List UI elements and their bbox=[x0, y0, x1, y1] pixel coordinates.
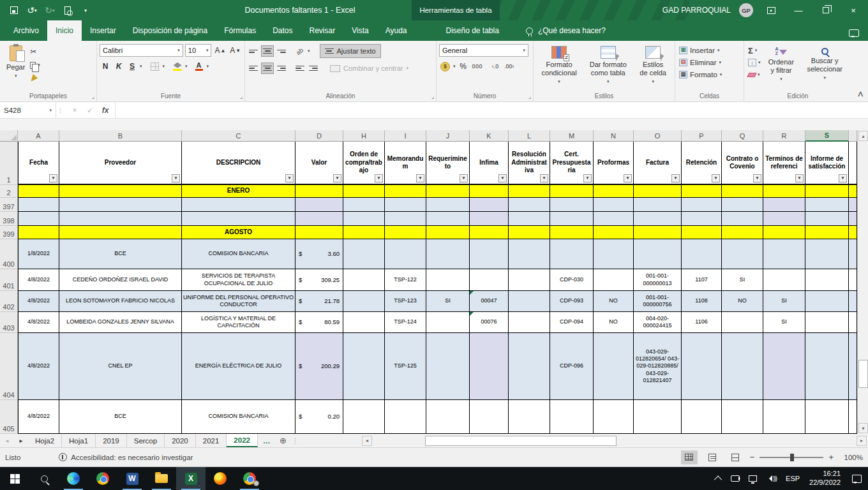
cell-Q401[interactable]: SI bbox=[722, 269, 763, 291]
scroll-down-icon[interactable]: ▼ bbox=[858, 423, 868, 433]
sheet-tab-2021[interactable]: 2021 bbox=[196, 434, 227, 447]
row-header-399[interactable]: 399 bbox=[0, 226, 18, 239]
cell-C404[interactable]: ENERGÍA ELÉCTRICA DE JULIO bbox=[182, 333, 296, 400]
find-select-button[interactable]: Buscar y seleccionar▾ bbox=[800, 43, 849, 92]
cell-M400[interactable] bbox=[550, 239, 594, 269]
filter-button-H[interactable]: ▾ bbox=[375, 174, 383, 182]
horizontal-scroll-thumb[interactable] bbox=[425, 436, 617, 446]
cell-K398[interactable] bbox=[470, 212, 509, 226]
cell-I397[interactable] bbox=[385, 198, 426, 212]
cell-S400[interactable] bbox=[805, 239, 849, 269]
copy-button[interactable]: ▾ bbox=[30, 60, 40, 70]
collapse-ribbon-icon[interactable]: ᐱ bbox=[858, 91, 863, 98]
cell-A1[interactable]: Fecha▾ bbox=[18, 142, 59, 185]
column-header-A[interactable]: A bbox=[18, 130, 59, 142]
insert-cells-button[interactable]: ⊞Insertar▾ bbox=[678, 44, 741, 56]
row-header-2[interactable]: 2 bbox=[0, 185, 18, 198]
cell-R402[interactable]: SI bbox=[763, 291, 805, 312]
row-header-401[interactable]: 401 bbox=[0, 269, 18, 291]
scroll-up-icon[interactable]: ▲ bbox=[858, 131, 868, 141]
cell-N400[interactable] bbox=[594, 239, 634, 269]
increase-decimal-button[interactable]: ‹.0 bbox=[490, 61, 501, 72]
cell-H401[interactable] bbox=[343, 269, 385, 291]
filter-button-Q[interactable]: ▾ bbox=[753, 174, 761, 182]
fill-color-dropdown-icon[interactable]: ▾ bbox=[185, 64, 188, 69]
column-header-O[interactable]: O bbox=[634, 130, 682, 142]
cell-P403[interactable]: 1106 bbox=[682, 312, 722, 333]
column-header-D[interactable]: D bbox=[296, 130, 343, 142]
taskbar-search-button[interactable] bbox=[29, 467, 59, 490]
cell-K399[interactable] bbox=[470, 226, 509, 239]
month-label-agosto[interactable]: AGOSTO bbox=[182, 226, 296, 239]
cell-M398[interactable] bbox=[550, 212, 594, 226]
cell-M401[interactable]: CDP-030 bbox=[550, 269, 594, 291]
cell-A400[interactable]: 1/8/2022 bbox=[18, 239, 59, 269]
cell-N405[interactable] bbox=[594, 400, 634, 434]
taskbar-chrome[interactable] bbox=[88, 467, 117, 490]
cell-K1[interactable]: Infima▾ bbox=[470, 142, 509, 185]
cell-R401[interactable] bbox=[763, 269, 805, 291]
cell-R2[interactable] bbox=[763, 185, 805, 198]
fill-color-button[interactable] bbox=[172, 61, 183, 72]
cell-D399[interactable] bbox=[296, 226, 343, 239]
sheet-tab-hoja2[interactable]: Hoja2 bbox=[28, 434, 62, 447]
cell-I400[interactable] bbox=[385, 239, 426, 269]
cell-K404[interactable] bbox=[470, 333, 509, 400]
cell-D405[interactable]: $0.20 bbox=[296, 400, 343, 434]
column-header-H[interactable]: H bbox=[343, 130, 385, 142]
cell-I1[interactable]: Memorandum▾ bbox=[385, 142, 426, 185]
vertical-scrollbar[interactable]: ▲ ▼ bbox=[857, 130, 868, 434]
redo-icon[interactable]: ↻▾ bbox=[42, 3, 57, 18]
cell-A398[interactable] bbox=[18, 212, 59, 226]
filter-button-I[interactable]: ▾ bbox=[416, 174, 424, 182]
cell-S1[interactable]: Informe de satisfacción▾ bbox=[805, 142, 849, 185]
volume-icon[interactable]: ))) bbox=[761, 467, 781, 490]
cell-B401[interactable]: CEDEÑO ORDOÑEZ ISRAEL DAVID bbox=[59, 269, 182, 291]
cell-P404[interactable] bbox=[682, 333, 722, 400]
enter-formula-icon[interactable]: ✓ bbox=[83, 106, 97, 115]
cell-O400[interactable] bbox=[634, 239, 682, 269]
cell-L400[interactable] bbox=[509, 239, 550, 269]
cell-sliver-398[interactable] bbox=[849, 212, 857, 226]
cell-P401[interactable]: 1107 bbox=[682, 269, 722, 291]
cell-R403[interactable]: SI bbox=[763, 312, 805, 333]
accessibility-status[interactable]: Accesibilidad: es necesario investigar bbox=[59, 453, 193, 461]
cell-sliver-397[interactable] bbox=[849, 198, 857, 212]
cell-L398[interactable] bbox=[509, 212, 550, 226]
insert-function-icon[interactable]: fx bbox=[98, 106, 112, 115]
cell-I398[interactable] bbox=[385, 212, 426, 226]
cell-L2[interactable] bbox=[509, 185, 550, 198]
filter-button-J[interactable]: ▾ bbox=[460, 174, 468, 182]
cut-button[interactable]: ✂ bbox=[30, 47, 40, 57]
zoom-slider-thumb[interactable] bbox=[790, 454, 794, 461]
cell-D400[interactable]: $3.60 bbox=[296, 239, 343, 269]
cell-O401[interactable]: 001-001-000000013 bbox=[634, 269, 682, 291]
cell-J398[interactable] bbox=[426, 212, 470, 226]
cancel-formula-icon[interactable]: × bbox=[68, 106, 82, 115]
taskbar-chrome-profile[interactable] bbox=[235, 467, 264, 490]
tab-revisar[interactable]: Revisar bbox=[301, 20, 344, 41]
cell-P402[interactable]: 1108 bbox=[682, 291, 722, 312]
network-icon[interactable] bbox=[744, 467, 761, 490]
row-header-404[interactable]: 404 bbox=[0, 333, 18, 400]
paste-button[interactable]: Pegar ▾ bbox=[3, 43, 29, 92]
cell-M402[interactable]: CDP-093 bbox=[550, 291, 594, 312]
cell-H403[interactable] bbox=[343, 312, 385, 333]
filter-button-M[interactable]: ▾ bbox=[583, 174, 592, 182]
page-break-view-button[interactable] bbox=[727, 450, 744, 464]
cell-C398[interactable] bbox=[182, 212, 296, 226]
filter-button-P[interactable]: ▾ bbox=[712, 174, 720, 182]
cell-M397[interactable] bbox=[550, 198, 594, 212]
ribbon-display-options-icon[interactable]: ▴ bbox=[761, 2, 781, 19]
cell-H1[interactable]: Orden de compra/trabajo▾ bbox=[343, 142, 385, 185]
cell-P400[interactable] bbox=[682, 239, 722, 269]
cell-R1[interactable]: Terminos de referenci▾ bbox=[763, 142, 805, 185]
orientation-button[interactable]: ab bbox=[294, 45, 306, 57]
tab-vista[interactable]: Vista bbox=[343, 20, 377, 41]
cell-S401[interactable] bbox=[805, 269, 849, 291]
conditional-formatting-button[interactable]: Formato condicional▾ bbox=[536, 43, 582, 92]
cell-O1[interactable]: Factura▾ bbox=[634, 142, 682, 185]
cell-P2[interactable] bbox=[682, 185, 722, 198]
cell-M1[interactable]: Cert. Presupuestaria▾ bbox=[550, 142, 594, 185]
row-header-400[interactable]: 400 bbox=[0, 239, 18, 269]
